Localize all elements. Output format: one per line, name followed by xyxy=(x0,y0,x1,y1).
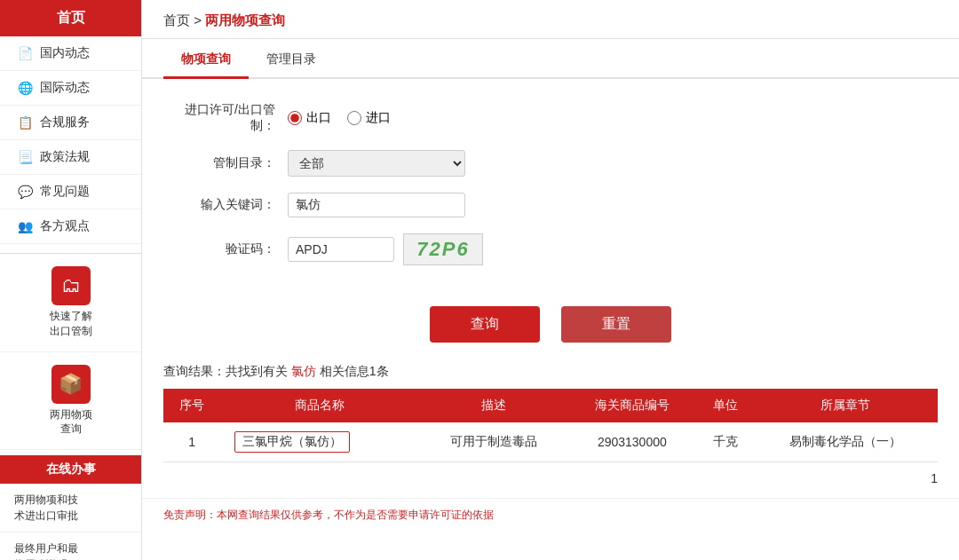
sidebar-label-faq: 常见问题 xyxy=(40,184,90,200)
form-row-captcha: 验证码： 72P6 xyxy=(163,233,938,265)
form-label-catalog: 管制目录： xyxy=(163,155,288,171)
sidebar-home[interactable]: 首页 xyxy=(0,0,141,36)
radio-import-label: 进口 xyxy=(366,110,391,126)
quick-dual-label: 两用物项查询 xyxy=(50,407,92,438)
col-index: 序号 xyxy=(163,389,220,422)
form-control-keyword xyxy=(288,193,465,217)
reset-button[interactable]: 重置 xyxy=(561,306,671,343)
col-chapter: 所属章节 xyxy=(754,389,938,422)
breadcrumb-current: 两用物项查询 xyxy=(205,12,285,28)
form-row-keyword: 输入关键词： xyxy=(163,193,938,217)
col-name: 商品名称 xyxy=(220,389,420,422)
col-customs: 海关商品编号 xyxy=(567,389,697,422)
tab-item-query[interactable]: 物项查询 xyxy=(163,43,249,79)
result-summary-suffix: 相关信息1条 xyxy=(320,364,389,378)
form-label-io: 进口许可/出口管制： xyxy=(163,102,288,134)
captcha-image[interactable]: 72P6 xyxy=(403,233,483,265)
cell-name-0: 三氯甲烷（氯仿） xyxy=(220,422,420,462)
form-control-catalog: 全部 两用物项出口管制目录 其他 xyxy=(288,150,465,177)
product-name-0[interactable]: 三氯甲烷（氯仿） xyxy=(234,431,350,453)
cell-desc-0: 可用于制造毒品 xyxy=(420,422,567,462)
sidebar-label-perspectives: 各方观点 xyxy=(40,218,90,234)
sidebar-item-faq[interactable]: 💬常见问题 xyxy=(0,175,141,209)
form-label-keyword: 输入关键词： xyxy=(163,197,288,213)
breadcrumb: 首页 > 两用物项查询 xyxy=(142,0,959,39)
sidebar-label-compliance: 合规服务 xyxy=(40,114,90,130)
disclaimer: 免责声明：本网查询结果仅供参考，不作为是否需要申请许可证的依据 xyxy=(142,498,959,535)
faq-icon: 💬 xyxy=(18,185,33,199)
sidebar-nav: 📄国内动态🌐国际动态📋合规服务📃政策法规💬常见问题👥各方观点 xyxy=(0,36,141,244)
sidebar-item-international[interactable]: 🌐国际动态 xyxy=(0,71,141,106)
sidebar-item-domestic[interactable]: 📄国内动态 xyxy=(0,36,141,71)
sidebar-online-label: 在线办事 xyxy=(0,455,141,484)
quick-dual-icon: 📦 xyxy=(52,365,91,404)
pagination: 1 xyxy=(142,462,959,494)
table-header: 序号 商品名称 描述 海关商品编号 单位 所属章节 xyxy=(163,389,938,422)
perspectives-icon: 👥 xyxy=(18,219,33,233)
form-row-catalog: 管制目录： 全部 两用物项出口管制目录 其他 xyxy=(163,150,938,177)
breadcrumb-home[interactable]: 首页 xyxy=(163,12,190,28)
tab-manage-catalog[interactable]: 管理目录 xyxy=(249,43,334,79)
sidebar-label-domestic: 国内动态 xyxy=(40,45,90,61)
international-icon: 🌐 xyxy=(18,81,33,95)
sidebar-item-perspectives[interactable]: 👥各方观点 xyxy=(0,209,141,244)
result-table: 序号 商品名称 描述 海关商品编号 单位 所属章节 1 三氯甲烷（氯仿） 可用于… xyxy=(163,389,938,462)
sidebar-quick: 🗂 快速了解出口管制 📦 两用物项查询 xyxy=(0,253,141,450)
radio-import[interactable]: 进口 xyxy=(347,110,391,126)
page-number: 1 xyxy=(931,471,938,485)
sidebar-quick-quick-dual[interactable]: 📦 两用物项查询 xyxy=(0,352,141,451)
radio-export-label: 出口 xyxy=(306,110,331,126)
main-content: 首页 > 两用物项查询 物项查询 管理目录 进口许可/出口管制： 出口 进口 xyxy=(142,0,959,560)
breadcrumb-separator: > xyxy=(194,12,205,28)
form-control-captcha: 72P6 xyxy=(288,233,483,265)
cell-customs-0: 2903130000 xyxy=(567,422,697,462)
domestic-icon: 📄 xyxy=(18,46,33,60)
form-label-captcha: 验证码： xyxy=(163,241,288,257)
sidebar-quick-quick-export[interactable]: 🗂 快速了解出口管制 xyxy=(0,254,141,352)
sidebar-label-international: 国际动态 xyxy=(40,80,90,96)
catalog-select[interactable]: 全部 两用物项出口管制目录 其他 xyxy=(288,150,465,177)
quick-export-label: 快速了解出口管制 xyxy=(50,309,92,339)
result-summary: 查询结果：共找到有关 氯仿 相关信息1条 xyxy=(142,359,959,389)
cell-chapter-0: 易制毒化学品（一） xyxy=(754,422,938,462)
radio-import-input[interactable] xyxy=(347,111,361,125)
query-button[interactable]: 查询 xyxy=(430,306,540,343)
captcha-input[interactable] xyxy=(288,237,394,262)
sidebar-label-policy: 政策法规 xyxy=(40,149,90,165)
sidebar: 首页 📄国内动态🌐国际动态📋合规服务📃政策法规💬常见问题👥各方观点 🗂 快速了解… xyxy=(0,0,142,560)
result-table-wrap: 序号 商品名称 描述 海关商品编号 单位 所属章节 1 三氯甲烷（氯仿） 可用于… xyxy=(142,389,959,462)
result-keyword: 氯仿 xyxy=(291,364,316,378)
table-row: 1 三氯甲烷（氯仿） 可用于制造毒品 2903130000 千克 易制毒化学品（… xyxy=(163,422,938,462)
online-link-link-dual-tech[interactable]: 两用物项和技术进出口审批 xyxy=(0,484,141,532)
tabs-bar: 物项查询 管理目录 xyxy=(142,43,959,79)
sidebar-online-links: 两用物项和技术进出口审批最终用户和最终用途说明 xyxy=(0,484,141,560)
cell-unit-0: 千克 xyxy=(697,422,754,462)
form-row-io: 进口许可/出口管制： 出口 进口 xyxy=(163,102,938,134)
result-summary-prefix: 查询结果：共找到有关 xyxy=(163,364,288,378)
radio-export-input[interactable] xyxy=(288,111,302,125)
sidebar-item-policy[interactable]: 📃政策法规 xyxy=(0,140,141,175)
sidebar-item-compliance[interactable]: 📋合规服务 xyxy=(0,106,141,140)
table-body: 1 三氯甲烷（氯仿） 可用于制造毒品 2903130000 千克 易制毒化学品（… xyxy=(163,422,938,462)
keyword-input[interactable] xyxy=(288,193,465,217)
button-row: 查询 重置 xyxy=(142,297,959,359)
quick-export-icon: 🗂 xyxy=(52,266,91,305)
col-desc: 描述 xyxy=(420,389,567,422)
col-unit: 单位 xyxy=(697,389,754,422)
cell-index-0: 1 xyxy=(163,422,220,462)
compliance-icon: 📋 xyxy=(18,115,33,130)
form-control-io: 出口 进口 xyxy=(288,110,391,126)
search-form: 进口许可/出口管制： 出口 进口 管制目录： 全部 两用物项出口管制目录 其他 xyxy=(142,79,959,297)
policy-icon: 📃 xyxy=(18,150,33,164)
online-link-link-end-user[interactable]: 最终用户和最终用途说明 xyxy=(0,532,141,560)
radio-export[interactable]: 出口 xyxy=(288,110,331,126)
